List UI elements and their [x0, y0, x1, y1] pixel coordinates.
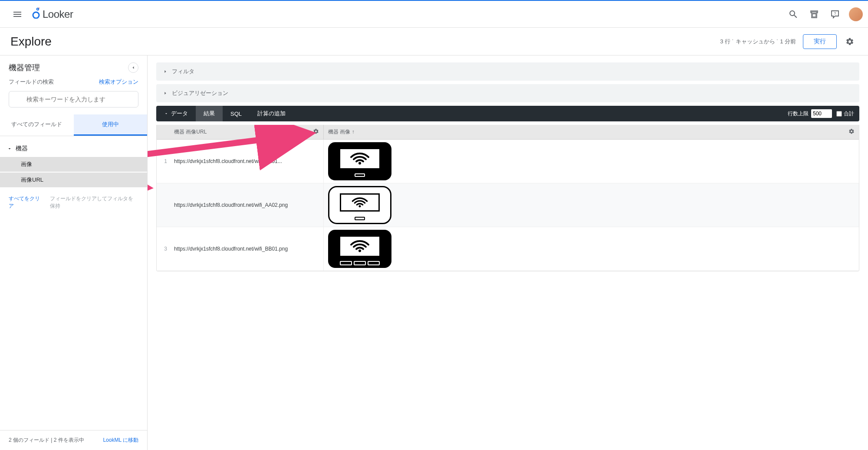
row-number-header: [157, 125, 170, 139]
tab-all-fields[interactable]: すべてのフィールド: [0, 114, 74, 136]
filter-panel-label: フィルタ: [172, 68, 194, 75]
search-options-link[interactable]: 検索オプション: [99, 78, 138, 86]
row-number: 1: [157, 140, 170, 183]
marketplace-icon[interactable]: [804, 4, 825, 25]
visualization-panel-label: ビジュアリゼーション: [172, 89, 228, 97]
sidebar-title: 機器管理: [9, 62, 40, 73]
results-table: 機器 画像URL 機器 画像 ↑ 1 https://dvrkjx1sfchf8…: [156, 125, 859, 271]
totals-checkbox[interactable]: 合計: [836, 110, 859, 117]
data-dropdown[interactable]: データ: [156, 106, 196, 121]
cell-image: [324, 227, 859, 271]
filter-panel[interactable]: フィルタ: [156, 62, 859, 81]
device-image: [328, 230, 391, 268]
search-input[interactable]: [9, 91, 138, 108]
row-limit-input[interactable]: [811, 109, 832, 118]
field-item-image[interactable]: 画像: [0, 157, 147, 172]
column-header-image[interactable]: 機器 画像 ↑: [324, 125, 859, 139]
collapse-sidebar-icon[interactable]: [128, 62, 138, 73]
svg-point-0: [33, 12, 39, 18]
avatar[interactable]: [849, 7, 863, 21]
tab-results[interactable]: 結果: [196, 106, 223, 121]
column-header-url[interactable]: 機器 画像URL: [170, 125, 324, 139]
data-bar: データ 結果 SQL 計算の追加 行数上限 合計: [156, 106, 859, 121]
explore-header: Explore 3 行 ˙ キャッシュから ˙ 1 分前 実行: [0, 28, 868, 55]
field-count-status: 2 個のフィールド | 2 件を表示中: [9, 437, 84, 444]
device-image: [328, 186, 391, 224]
cell-image: [324, 183, 859, 227]
field-tabs: すべてのフィールド 使用中: [0, 114, 147, 136]
logo-icon: [31, 7, 41, 21]
field-group-label: 機器: [16, 145, 28, 153]
svg-point-7: [359, 205, 361, 207]
table-row: https://dvrkjx1sfchf8.cloudfront.net/wif…: [157, 183, 859, 227]
top-bar: Looker ?: [0, 0, 868, 28]
column-gear-icon[interactable]: [848, 128, 855, 136]
go-to-lookml-link[interactable]: LookML に移動: [103, 437, 138, 444]
device-image: [328, 142, 391, 180]
explore-content: フィルタ ビジュアリゼーション データ 結果 SQL 計算の追加 行数上限 合計: [148, 55, 868, 450]
table-row: 1 https://dvrkjx1sfchf8.cloudfront.net/w…: [157, 140, 859, 183]
cell-url[interactable]: https://dvrkjx1sfchf8.cloudfront.net/wif…: [170, 227, 324, 271]
logo[interactable]: Looker: [31, 7, 73, 21]
page-title: Explore: [10, 35, 52, 49]
row-limit-label: 行数上限: [788, 110, 809, 117]
svg-point-8: [358, 249, 361, 252]
row-number: [157, 183, 170, 227]
explore-settings-icon[interactable]: [842, 34, 858, 49]
run-button[interactable]: 実行: [803, 34, 837, 49]
add-calculation-button[interactable]: 計算の追加: [250, 106, 293, 121]
search-icon[interactable]: [783, 4, 804, 25]
field-picker-sidebar: 機器管理 フィールドの検索 検索オプション すべてのフィールド 使用中 機器 画…: [0, 55, 148, 450]
field-group-header[interactable]: 機器: [0, 141, 147, 156]
svg-point-2: [39, 7, 39, 8]
svg-text:?: ?: [834, 11, 836, 16]
column-gear-icon[interactable]: [313, 128, 319, 136]
tab-sql[interactable]: SQL: [223, 106, 250, 121]
cell-image: [324, 140, 859, 183]
clear-keep-filters-link[interactable]: フィールドをクリアしてフィルタを保持: [50, 195, 138, 210]
visualization-panel[interactable]: ビジュアリゼーション: [156, 84, 859, 102]
clear-all-link[interactable]: すべてをクリア: [9, 195, 43, 210]
svg-point-6: [358, 162, 361, 164]
tab-in-use[interactable]: 使用中: [74, 114, 148, 136]
svg-point-1: [37, 8, 39, 10]
hamburger-menu-icon[interactable]: [7, 4, 28, 25]
cell-url[interactable]: https://dvrkjx1sfchf8.cloudfront.net/wif…: [170, 140, 324, 183]
search-label: フィールドの検索: [9, 78, 54, 86]
help-icon[interactable]: ?: [825, 4, 845, 25]
row-number: 3: [157, 227, 170, 271]
cell-url[interactable]: https://dvrkjx1sfchf8.cloudfront.net/wif…: [170, 183, 324, 227]
logo-text: Looker: [43, 8, 73, 20]
field-item-image-url[interactable]: 画像URL: [0, 173, 147, 187]
table-row: 3 https://dvrkjx1sfchf8.cloudfront.net/w…: [157, 227, 859, 271]
cache-info: 3 行 ˙ キャッシュから ˙ 1 分前: [720, 38, 796, 46]
